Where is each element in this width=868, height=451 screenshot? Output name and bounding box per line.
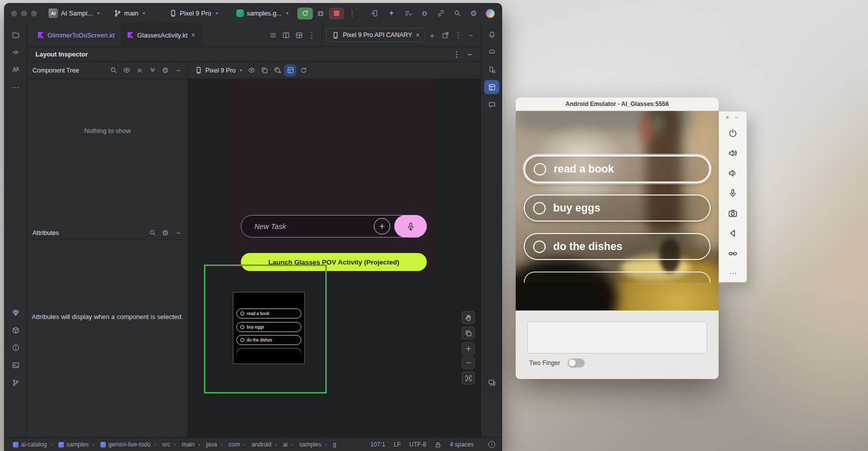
breadcrumb-item[interactable]: g — [321, 441, 336, 448]
tree-search-button[interactable] — [107, 64, 119, 76]
add-device-button[interactable]: + — [426, 29, 438, 41]
breadcrumb-item[interactable]: main — [170, 441, 194, 448]
line-separator[interactable]: LF — [394, 441, 401, 448]
live-updates-toggle[interactable] — [284, 64, 296, 76]
more-tools-button[interactable]: ⋯ — [8, 80, 23, 94]
refresh-button[interactable] — [297, 64, 309, 76]
breadcrumb-item[interactable]: samples — [47, 441, 89, 448]
volume-down-button[interactable] — [725, 165, 741, 181]
emulator-screen[interactable]: read a book buy eggs do the dishes — [516, 111, 719, 310]
run-button[interactable] — [297, 8, 313, 20]
gradle-tool-button[interactable] — [484, 45, 499, 59]
zoom-out-button[interactable] — [462, 356, 475, 369]
debug-button[interactable] — [314, 8, 328, 20]
branch-selector[interactable]: main — [110, 8, 149, 19]
notifications-status-icon[interactable]: ! — [488, 441, 495, 448]
microphone-button[interactable] — [725, 185, 741, 201]
preview-task-item[interactable]: read a book — [236, 308, 301, 318]
breadcrumb-item[interactable]: samples — [288, 441, 322, 448]
gemini-button[interactable] — [384, 7, 398, 20]
minimize-window-button[interactable] — [21, 10, 27, 16]
running-devices-tool-button[interactable] — [484, 376, 499, 390]
panel-options-button[interactable]: ⋮ — [452, 29, 464, 41]
expand-all-button[interactable] — [133, 64, 145, 76]
mirror-device-button[interactable] — [368, 7, 382, 20]
collapse-all-button[interactable] — [146, 64, 158, 76]
inspector-options-button[interactable]: ⋮ — [451, 48, 463, 60]
glasses-mode-button[interactable] — [725, 245, 741, 261]
device-link-button[interactable] — [434, 7, 448, 20]
preview-task-item[interactable]: buy eggs — [236, 322, 301, 332]
view-options-button[interactable] — [245, 64, 257, 76]
device-explorer-button[interactable] — [484, 62, 499, 76]
close-window-button[interactable] — [11, 10, 17, 16]
more-controls-button[interactable]: ⋯ — [725, 265, 741, 281]
task-list-button[interactable] — [401, 7, 415, 20]
zoom-to-fit-button[interactable] — [462, 372, 475, 384]
structure-tool-button[interactable] — [8, 62, 23, 76]
hide-inspector-button[interactable]: − — [464, 48, 476, 60]
app-insights-button[interactable] — [484, 98, 499, 112]
notifications-button[interactable] — [484, 28, 499, 42]
breadcrumb-item[interactable]: android — [240, 441, 271, 448]
hide-attributes-button[interactable]: − — [172, 227, 184, 239]
todo-item[interactable]: do the dishes — [524, 233, 711, 260]
back-button[interactable] — [725, 225, 741, 241]
device-screen-phone[interactable]: New Task Launch Glasses POV Activity (Pr… — [233, 79, 435, 275]
two-finger-toggle[interactable] — [568, 358, 585, 368]
add-task-button[interactable] — [374, 218, 390, 234]
editor-tab-glassesactivity[interactable]: GlassesActivity.kt × — [121, 24, 201, 46]
build-analyzer-button[interactable] — [417, 7, 431, 20]
vcs-tool-button[interactable] — [8, 376, 23, 390]
preview-task-item[interactable]: do the dishes — [236, 335, 301, 345]
camera-button[interactable] — [725, 205, 741, 221]
project-selector[interactable]: AI AI Sampl... — [45, 6, 103, 20]
device-selector[interactable]: Pixel 9 Pro — [166, 8, 222, 19]
open-in-window-button[interactable] — [440, 29, 451, 41]
running-device-tab[interactable]: Pixel 9 Pro API CANARY × — [326, 28, 425, 42]
editor-layout-button[interactable] — [293, 29, 305, 41]
gem-tool-button[interactable] — [8, 306, 23, 320]
tree-visibility-button[interactable] — [120, 64, 132, 76]
layout-inspector-tool-button[interactable] — [484, 80, 499, 94]
todo-item[interactable]: buy eggs — [524, 194, 711, 222]
build-tool-button[interactable] — [8, 323, 23, 337]
caret-position[interactable]: 107:1 — [370, 441, 385, 448]
tree-settings-button[interactable]: ⚙ — [159, 64, 171, 76]
volume-up-button[interactable] — [725, 145, 741, 161]
editor-options-button[interactable]: ⋮ — [306, 29, 318, 41]
breadcrumb-item[interactable]: gemini-live-todo — [89, 441, 151, 448]
device-process-selector[interactable]: Pixel 9 Pro — [195, 66, 242, 74]
minimize-emulator-button[interactable]: − — [735, 114, 738, 121]
breadcrumb-item[interactable]: com — [217, 441, 240, 448]
hide-tree-button[interactable]: − — [172, 64, 184, 76]
breadcrumb-item[interactable]: java — [194, 441, 217, 448]
device-screen-glasses[interactable]: read a book buy eggs do the dishes — [233, 292, 305, 364]
search-everywhere-button[interactable] — [450, 7, 464, 20]
emulator-titlebar[interactable]: Android Emulator - AI_Glasses:5556 — [516, 98, 719, 111]
run-config-selector[interactable]: samples.g... — [233, 8, 292, 19]
file-encoding[interactable]: UTF-8 — [409, 441, 426, 448]
breadcrumb-item[interactable]: ai — [271, 441, 287, 448]
export-snapshot-button[interactable] — [271, 64, 283, 76]
screenshot-copy-button[interactable] — [462, 326, 475, 340]
editor-tab-glimmertodoscreen[interactable]: GlimmerToDoScreen.kt — [31, 24, 121, 46]
lock-icon[interactable] — [435, 442, 441, 448]
voice-input-button[interactable] — [394, 215, 427, 238]
indent-setting[interactable]: 4 spaces — [450, 441, 474, 448]
emulator-input-area[interactable] — [527, 322, 707, 354]
commit-tool-button[interactable] — [8, 45, 23, 59]
problems-tool-button[interactable] — [8, 340, 23, 354]
power-button[interactable] — [725, 125, 741, 141]
hide-panel-button[interactable]: − — [465, 29, 477, 41]
zoom-in-button[interactable] — [462, 342, 475, 355]
zoom-window-button[interactable] — [31, 10, 37, 16]
run-more-options-button[interactable]: ⋮ — [345, 8, 359, 20]
settings-button[interactable]: ⚙ — [467, 7, 481, 20]
close-tab-icon[interactable]: × — [416, 31, 420, 39]
attributes-search-button[interactable] — [146, 227, 158, 239]
breadcrumb-item[interactable]: src — [150, 441, 170, 448]
close-emulator-button[interactable]: × — [726, 114, 729, 121]
breadcrumb-item[interactable]: ai-catalog — [13, 441, 47, 448]
profile-button[interactable] — [483, 7, 497, 20]
